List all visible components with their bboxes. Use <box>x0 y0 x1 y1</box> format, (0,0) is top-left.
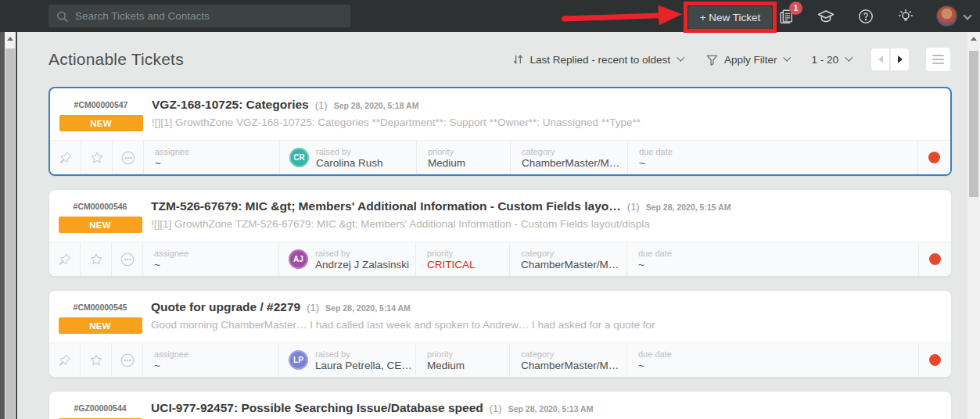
tickets-queue-icon[interactable]: 1 <box>777 7 795 26</box>
ellipsis-icon <box>120 149 137 167</box>
raised-by-field: CR raised by Carolina Rush <box>280 141 417 174</box>
star-icon <box>89 150 105 166</box>
ellipsis-icon <box>119 352 136 369</box>
avatar: CR <box>289 148 309 167</box>
sort-dropdown[interactable]: Last Replied - recent to oldest <box>512 53 683 66</box>
left-scrollbar[interactable] <box>5 32 16 419</box>
reply-count: (1) <box>490 403 502 414</box>
ticket-id: #CM00000547 <box>74 100 128 109</box>
main-content: Actionable Tickets Last Replied - recent… <box>17 32 967 419</box>
annotation-arrow <box>560 4 686 29</box>
scrollbar-thumb[interactable] <box>969 51 978 197</box>
right-scrollbar[interactable] <box>967 32 980 419</box>
more-options-button[interactable] <box>112 242 143 276</box>
ticket-snippet: ![][1] GrowthZone TZM-526-67679: MIC &gt… <box>151 218 939 230</box>
star-button[interactable] <box>81 242 112 276</box>
top-navigation-bar: + New Ticket 1 <box>0 0 980 32</box>
category-field: category ChamberMaster/M… <box>510 343 627 377</box>
chevron-down-icon[interactable] <box>963 11 971 20</box>
ticket-snippet: Good morning ChamberMaster… I had called… <box>151 319 939 331</box>
ticket-card[interactable]: #CM00000546 NEW TZM-526-67679: MIC &gt; … <box>48 189 952 277</box>
ticket-title: Quote for upgrade / #2279 <box>151 300 300 314</box>
menu-icon <box>932 55 944 56</box>
filter-label: Apply Filter <box>724 54 777 66</box>
chevron-down-icon <box>677 53 684 61</box>
apply-filter-dropdown[interactable]: Apply Filter <box>706 54 790 66</box>
chevron-down-icon <box>845 53 853 61</box>
raised-by-field: LP raised by Laura Petrella, CE… <box>279 343 416 377</box>
pin-icon <box>58 252 72 267</box>
ticket-timestamp: Sep 28, 2020, 5:14 AM <box>325 303 411 313</box>
assignee-field: assignee ~ <box>143 242 279 276</box>
sort-label: Last Replied - recent to oldest <box>530 54 670 66</box>
ticket-timestamp: Sep 28, 2020, 5:15 AM <box>646 202 731 212</box>
avatar: AJ <box>289 249 308 269</box>
avatar: LP <box>289 350 308 370</box>
ticket-title: TZM-526-67679: MIC &gt; Members' Additio… <box>151 199 621 213</box>
annotation-highlight-box: + New Ticket <box>684 2 777 33</box>
due-date-field: due date ~ <box>627 343 919 377</box>
raised-by-field: AJ raised by Andrzej J Zalasinski <box>279 242 416 276</box>
pin-button[interactable] <box>49 242 81 276</box>
sort-icon <box>512 53 524 66</box>
chevron-down-icon <box>784 53 792 61</box>
new-ticket-button[interactable]: + New Ticket <box>688 6 773 29</box>
help-icon[interactable] <box>856 7 875 26</box>
ticket-id: #GZ00000544 <box>74 403 126 413</box>
search-input[interactable] <box>75 10 343 22</box>
previous-page-button[interactable] <box>871 48 889 70</box>
ticket-card[interactable]: #CM00000545 NEW Quote for upgrade / #227… <box>48 290 952 378</box>
ticket-id: #CM00000546 <box>74 202 127 211</box>
unread-indicator <box>919 343 951 377</box>
star-button[interactable] <box>81 343 112 377</box>
list-view-menu-button[interactable] <box>926 48 950 71</box>
more-options-button[interactable] <box>112 343 143 377</box>
status-badge: NEW <box>59 115 143 131</box>
status-badge: NEW <box>59 317 142 334</box>
unread-indicator <box>919 242 951 276</box>
whats-new-icon[interactable] <box>896 7 915 26</box>
star-button[interactable] <box>81 141 113 174</box>
scroll-up-arrow[interactable] <box>5 32 16 45</box>
filter-icon <box>706 54 718 66</box>
ticket-timestamp: Sep 28, 2020, 5:18 AM <box>334 101 419 110</box>
pagination-dropdown[interactable]: 1 - 20 <box>811 54 851 66</box>
ticket-id: #CM00000545 <box>74 303 127 312</box>
status-badge: NEW <box>59 217 142 233</box>
star-icon <box>88 353 104 368</box>
frame-divider <box>16 32 17 419</box>
due-date-field: due date ~ <box>628 141 918 174</box>
pin-button[interactable] <box>50 141 81 174</box>
priority-field: priority Medium <box>416 343 510 377</box>
user-avatar[interactable] <box>936 5 957 27</box>
pagination-range: 1 - 20 <box>811 54 838 66</box>
ticket-snippet: ![][1] GrowthZone VGZ-168-10725: Categor… <box>152 116 938 128</box>
scrollbar-thumb[interactable] <box>5 48 15 419</box>
assignee-field: assignee ~ <box>143 343 279 377</box>
training-icon[interactable] <box>817 7 835 26</box>
ticket-card[interactable]: #CM00000547 NEW VGZ-168-10725: Categorie… <box>48 87 952 176</box>
page-title: Actionable Tickets <box>48 50 184 69</box>
notification-badge: 1 <box>789 2 802 15</box>
scroll-up-arrow[interactable] <box>967 32 980 45</box>
unread-dot-icon <box>929 354 941 366</box>
pin-icon <box>58 353 72 367</box>
profile-menu[interactable] <box>936 7 957 26</box>
pin-button[interactable] <box>49 343 81 377</box>
category-field: category ChamberMaster/M… <box>511 141 628 174</box>
unread-indicator <box>918 141 950 174</box>
star-icon <box>88 252 104 267</box>
priority-field: priority Medium <box>417 141 511 174</box>
ellipsis-icon <box>119 251 136 268</box>
ticket-timestamp: Sep 28, 2020, 5:13 AM <box>508 404 594 414</box>
ticket-card[interactable]: #GZ00000544 NEW UCI-977-92457: Possible … <box>48 391 952 419</box>
reply-count: (1) <box>307 302 319 313</box>
search-box[interactable] <box>48 5 350 27</box>
pin-icon <box>59 151 73 165</box>
next-page-button[interactable] <box>891 48 909 70</box>
priority-field: priority CRITICAL <box>416 242 510 276</box>
unread-dot-icon <box>928 152 940 163</box>
category-field: category ChamberMaster/M… <box>510 242 627 276</box>
reply-count: (1) <box>627 201 640 213</box>
more-options-button[interactable] <box>113 141 144 174</box>
